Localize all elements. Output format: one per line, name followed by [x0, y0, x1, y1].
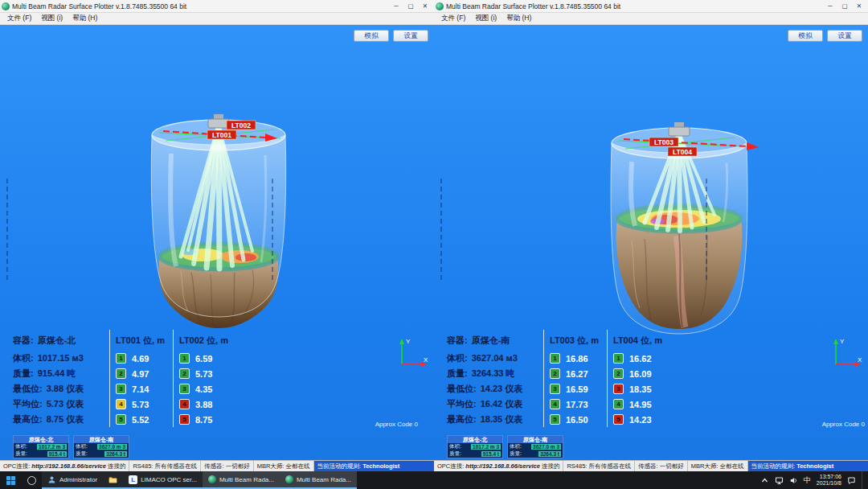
simulate-button[interactable]: 模拟 — [354, 30, 389, 42]
sensor-column-header: LT001 位, m — [109, 330, 173, 351]
minimize-button[interactable]: ─ — [389, 1, 403, 12]
summary-box-south[interactable]: 原煤仓-南 体积:3627.0 m 3 质量:3264.3 t — [507, 435, 563, 458]
beam-index-chip: 3 — [613, 384, 624, 394]
svg-text:LT004: LT004 — [673, 148, 692, 156]
menu-file[interactable]: 文件 (F) — [2, 14, 36, 23]
menubar: 文件 (F) 视图 (i) 帮助 (H) — [434, 13, 868, 25]
approx-code-label: Approx Code 0 — [822, 421, 865, 428]
beam-value: 4.69 — [132, 354, 149, 364]
beam-cell: 116.62 — [607, 351, 670, 366]
beam-index-chip: 4 — [613, 399, 624, 409]
clock-date: 2021/10/8 — [817, 480, 841, 487]
cortana-icon — [27, 476, 36, 485]
app-window-south: Multi Beam Radar Surface Plotter v.1.8.7… — [434, 0, 868, 471]
metric-row: 平均位:16.42 仪表 — [447, 398, 543, 410]
close-button[interactable]: ✕ — [418, 1, 432, 12]
beam-cell: 414.95 — [607, 397, 670, 412]
status-bar: OPC连接:http://192.168.8.66/service连接的 RS4… — [434, 460, 868, 471]
beam-cell: 58.75 — [173, 412, 236, 427]
close-button[interactable]: ✕ — [852, 1, 866, 12]
status-opc-connection: OPC连接:http://192.168.8.66/service连接的 — [0, 461, 129, 471]
container-row: 容器:原煤仓-南 — [447, 335, 543, 347]
ime-indicator[interactable]: 中 — [804, 475, 811, 486]
simulate-button[interactable]: 模拟 — [788, 30, 823, 42]
metric-row: 体积:1017.15 м3 — [13, 352, 109, 364]
chevron-up-icon[interactable] — [760, 476, 769, 485]
status-sensors: 传感器: 一切都好 — [201, 461, 254, 471]
multibeam-app-icon — [208, 475, 216, 483]
beam-index-chip: 1 — [550, 353, 560, 364]
show-desktop-button[interactable] — [862, 471, 866, 489]
taskbar-item-administrator[interactable]: Administrator — [42, 471, 103, 489]
menu-file[interactable]: 文件 (F) — [436, 14, 470, 23]
summary-box-south[interactable]: 原煤仓-南 体积:3627.0 m 3 质量:3264.3 t — [73, 435, 129, 458]
minimize-button[interactable]: ─ — [823, 1, 837, 12]
app-window-north: Multi Beam Radar Surface Plotter v.1.8.7… — [0, 0, 434, 471]
beam-value: 4.97 — [132, 369, 149, 379]
client-toolbar: 模拟 设置 — [788, 30, 862, 42]
beam-index-chip: 2 — [179, 368, 190, 379]
beam-value: 16.09 — [629, 369, 652, 379]
svg-text:X: X — [858, 356, 862, 364]
beam-value: 17.73 — [566, 400, 588, 409]
taskbar-item-limaco-opc[interactable]: LIMACO OPC ser... — [123, 471, 203, 489]
beam-cell: 216.27 — [543, 366, 607, 381]
radar-sensor — [208, 114, 229, 128]
beam-cell: 318.35 — [607, 381, 670, 397]
status-sensors: 传感器: 一切都好 — [635, 461, 688, 471]
beam-cell: 55.52 — [109, 412, 173, 427]
sensor-column-header: LT002 位, m — [173, 330, 236, 351]
settings-button[interactable]: 设置 — [827, 30, 862, 42]
svg-text:LT003: LT003 — [654, 138, 674, 146]
menu-view[interactable]: 视图 (i) — [470, 14, 502, 23]
maximize-button[interactable]: ▢ — [403, 1, 418, 12]
beam-value: 5.73 — [132, 400, 149, 409]
status-mbr: MBR大师: 全都在线 — [254, 461, 314, 471]
notification-center-icon[interactable] — [847, 476, 856, 485]
settings-button[interactable]: 设置 — [393, 30, 428, 42]
window-title: Multi Beam Radar Surface Plotter v.1.8.7… — [12, 2, 387, 10]
sensor-column-header: LT003 位, m — [543, 330, 607, 351]
start-button[interactable] — [0, 471, 21, 489]
beam-value: 7.14 — [132, 384, 149, 394]
beam-index-chip: 5 — [613, 414, 624, 425]
sensor-label-lt004: LT004 — [668, 147, 697, 156]
maximize-button[interactable]: ▢ — [837, 1, 852, 12]
menu-help[interactable]: 帮助 (H) — [68, 14, 102, 23]
glass-silo — [611, 128, 747, 334]
taskbar-item-multibeam-2[interactable]: Multi Beam Rada... — [280, 471, 357, 489]
beam-cell: 216.09 — [607, 366, 670, 381]
summary-box-north[interactable]: 原煤仓-北 体积:1017.2 m 3 质量:915.4 t — [13, 435, 69, 458]
sensor-label-lt003: LT003 — [649, 138, 678, 146]
beam-cell: 16.59 — [173, 351, 236, 366]
beam-index-chip: 3 — [550, 384, 560, 394]
taskbar-item-explorer[interactable] — [103, 471, 123, 489]
status-opc-connection: OPC连接:http://192.168.8.66/service连接的 — [434, 461, 563, 471]
viewport-3d[interactable]: LT003 LT004 Y X 模拟 设置 容器:原煤仓-南 LT003 位, … — [434, 25, 868, 460]
taskbar-item-multibeam-1[interactable]: Multi Beam Rada... — [203, 471, 280, 489]
svg-text:X: X — [424, 356, 428, 364]
menu-help[interactable]: 帮助 (H) — [502, 14, 536, 23]
titlebar[interactable]: Multi Beam Radar Surface Plotter v.1.8.7… — [0, 0, 434, 13]
metric-row: 质量:3264.33 吨 — [447, 368, 543, 380]
taskbar-clock[interactable]: 13:57:06 2021/10/8 — [817, 474, 841, 487]
beam-value: 14.23 — [629, 415, 652, 425]
vertical-tick-strip-left — [6, 179, 8, 280]
bunker-summary-boxes: 原煤仓-北 体积:1017.2 m 3 质量:915.4 t 原煤仓-南 体积:… — [447, 435, 563, 458]
container-row: 容器:原煤仓-北 — [13, 335, 109, 347]
beam-cell: 43.88 — [173, 397, 236, 412]
search-button[interactable] — [21, 471, 42, 489]
viewport-3d[interactable]: LT002 LT001 Y X 模拟 设置 容器:原煤仓-北 LT001 位, … — [0, 25, 434, 460]
summary-box-north[interactable]: 原煤仓-北 体积:1017.2 m 3 质量:915.4 t — [447, 435, 503, 458]
titlebar[interactable]: Multi Beam Radar Surface Plotter v.1.8.7… — [434, 0, 868, 13]
menubar: 文件 (F) 视图 (i) 帮助 (H) — [0, 13, 434, 25]
beam-value: 6.59 — [195, 354, 212, 364]
svg-text:Y: Y — [840, 338, 845, 345]
volume-icon[interactable] — [789, 476, 798, 485]
network-icon[interactable] — [775, 476, 784, 485]
status-bar: OPC连接:http://192.168.8.66/service连接的 RS4… — [0, 460, 434, 471]
svg-text:LT002: LT002 — [231, 121, 251, 129]
menu-view[interactable]: 视图 (i) — [36, 14, 68, 23]
metric-row: 体积:3627.04 м3 — [447, 352, 543, 364]
vertical-tick-strip-right — [272, 179, 273, 280]
